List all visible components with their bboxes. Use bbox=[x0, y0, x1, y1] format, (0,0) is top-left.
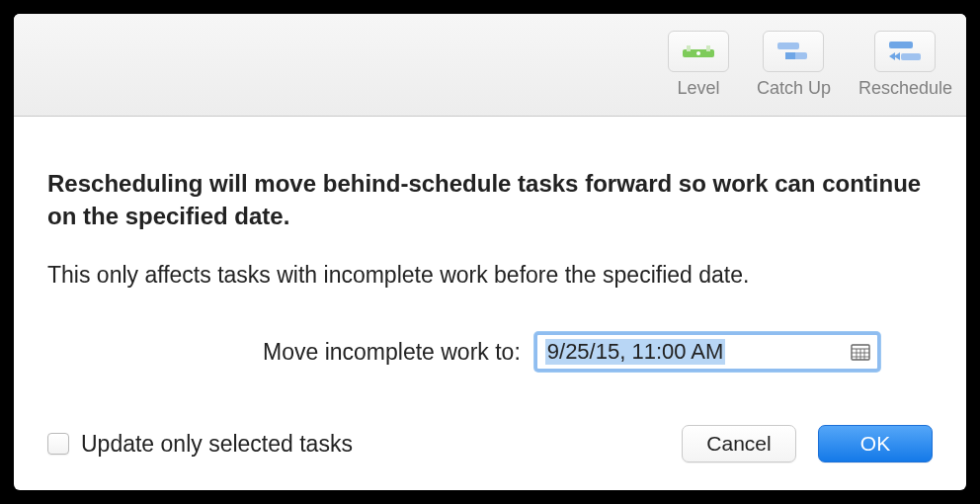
svg-rect-6 bbox=[785, 52, 795, 59]
update-selected-label: Update only selected tasks bbox=[81, 431, 353, 458]
dialog-buttons: Cancel OK bbox=[682, 425, 933, 462]
dialog-heading: Rescheduling will move behind-schedule t… bbox=[47, 168, 933, 232]
date-label: Move incomplete work to: bbox=[263, 339, 521, 366]
date-row: Move incomplete work to: 9/25/15, 11:00 … bbox=[47, 332, 933, 372]
svg-rect-4 bbox=[777, 42, 799, 49]
toolbar: Level Catch Up Reschedule bbox=[14, 14, 966, 117]
bottom-row: Update only selected tasks Cancel OK bbox=[47, 425, 933, 462]
dialog-content: Rescheduling will move behind-schedule t… bbox=[14, 117, 966, 490]
date-input[interactable]: 9/25/15, 11:00 AM bbox=[534, 332, 880, 372]
cancel-button-label: Cancel bbox=[706, 432, 771, 456]
toolbar-reschedule-label: Reschedule bbox=[858, 78, 952, 99]
toolbar-level-button[interactable]: Level bbox=[668, 31, 729, 99]
toolbar-reschedule-button[interactable]: Reschedule bbox=[858, 31, 952, 99]
toolbar-catchup-label: Catch Up bbox=[757, 78, 831, 99]
svg-point-3 bbox=[696, 51, 700, 55]
update-selected-checkbox[interactable] bbox=[47, 433, 69, 455]
dialog-subtext: This only affects tasks with incomplete … bbox=[47, 262, 933, 289]
svg-rect-1 bbox=[687, 45, 691, 51]
toolbar-catchup-button[interactable]: Catch Up bbox=[757, 31, 831, 99]
reschedule-dialog-window: Level Catch Up Reschedule bbox=[14, 14, 966, 490]
level-icon bbox=[668, 31, 729, 72]
update-selected-checkbox-wrap[interactable]: Update only selected tasks bbox=[47, 431, 353, 458]
svg-rect-8 bbox=[901, 53, 921, 60]
ok-button[interactable]: OK bbox=[818, 425, 933, 462]
toolbar-level-label: Level bbox=[677, 78, 719, 99]
calendar-icon[interactable] bbox=[850, 342, 871, 362]
reschedule-icon bbox=[874, 31, 936, 72]
cancel-button[interactable]: Cancel bbox=[682, 425, 796, 462]
date-value[interactable]: 9/25/15, 11:00 AM bbox=[545, 339, 726, 365]
svg-rect-7 bbox=[889, 42, 913, 48]
svg-rect-2 bbox=[706, 45, 710, 51]
ok-button-label: OK bbox=[860, 432, 890, 456]
catchup-icon bbox=[763, 31, 824, 72]
